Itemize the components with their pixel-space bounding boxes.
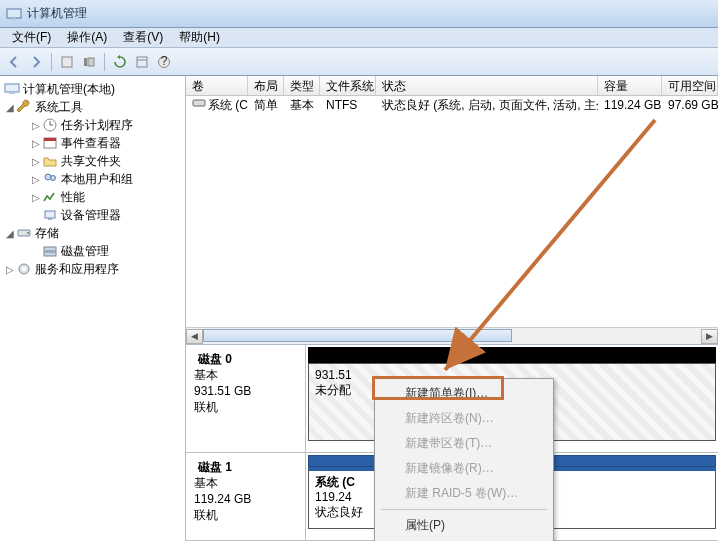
ctx-new-mirrored-volume[interactable]: 新建镜像卷(R)… [377,456,551,481]
back-button[interactable] [4,52,24,72]
col-filesystem[interactable]: 文件系统 [320,76,376,95]
svg-text:?: ? [161,55,168,68]
navigation-tree-pane: 计算机管理(本地) ◢ 系统工具 ▷任务计划程序 ▷事件查看器 ▷共享文件夹 ▷… [0,76,186,541]
col-type[interactable]: 类型 [284,76,320,95]
volume-list-scrollbar[interactable]: ◀ ▶ [186,327,718,344]
disk-state: 联机 [194,507,297,523]
tree-group-label: 存储 [35,225,59,242]
toolbar-btn-1[interactable] [57,52,77,72]
ctx-new-striped-volume[interactable]: 新建带区卷(T)… [377,431,551,456]
svg-rect-20 [44,247,56,251]
collapse-icon[interactable]: ◢ [4,102,16,113]
svg-rect-1 [12,18,16,20]
scroll-thumb[interactable] [203,329,512,342]
drive-icon [192,97,206,109]
toolbar-separator [104,53,105,71]
context-menu-separator [381,509,547,510]
main-split: 计算机管理(本地) ◢ 系统工具 ▷任务计划程序 ▷事件查看器 ▷共享文件夹 ▷… [0,76,718,541]
forward-button[interactable] [26,52,46,72]
ctx-new-raid5-volume[interactable]: 新建 RAID-5 卷(W)… [377,481,551,506]
tree-group-storage[interactable]: ◢ 存储 [2,224,183,242]
tree-item-label: 设备管理器 [61,207,121,224]
ctx-new-simple-volume[interactable]: 新建简单卷(I)… [377,381,551,406]
gear-icon [16,261,32,277]
menu-bar: 文件(F) 操作(A) 查看(V) 帮助(H) [0,28,718,48]
svg-rect-10 [9,92,15,94]
tree-item-device-manager[interactable]: 设备管理器 [2,206,183,224]
volume-row[interactable]: 系统 (C:) 简单 基本 NTFS 状态良好 (系统, 启动, 页面文件, 活… [186,96,718,114]
disk-info-0[interactable]: 磁盘 0 基本 931.51 GB 联机 [186,345,306,452]
scroll-left-button[interactable]: ◀ [186,329,203,344]
scroll-track[interactable] [203,329,701,344]
svg-rect-9 [5,84,19,92]
expand-icon[interactable]: ▷ [30,174,42,185]
menu-view[interactable]: 查看(V) [115,28,171,47]
volume-type: 基本 [284,96,320,115]
disk-title: 磁盘 0 [198,351,232,367]
col-volume[interactable]: 卷 [186,76,248,95]
volume-layout: 简单 [248,96,284,115]
tree-item-performance[interactable]: ▷性能 [2,188,183,206]
storage-icon [16,225,32,241]
tree-item-label: 磁盘管理 [61,243,109,260]
svg-point-23 [22,267,26,271]
tree-item-event-viewer[interactable]: ▷事件查看器 [2,134,183,152]
tree-item-label: 性能 [61,189,85,206]
tree-item-disk-management[interactable]: 磁盘管理 [2,242,183,260]
window-title: 计算机管理 [27,5,87,22]
volume-list-header: 卷 布局 类型 文件系统 状态 容量 可用空间 [186,76,718,96]
scroll-right-button[interactable]: ▶ [701,329,718,344]
ctx-new-spanned-volume[interactable]: 新建跨区卷(N)… [377,406,551,431]
svg-point-15 [51,176,56,181]
perf-icon [42,189,58,205]
tree-root[interactable]: 计算机管理(本地) [2,80,183,98]
refresh-button[interactable] [110,52,130,72]
col-status[interactable]: 状态 [376,76,598,95]
svg-rect-3 [84,58,87,66]
tree-item-shared-folders[interactable]: ▷共享文件夹 [2,152,183,170]
col-free[interactable]: 可用空间 [662,76,718,95]
menu-file[interactable]: 文件(F) [4,28,59,47]
expand-icon[interactable]: ▷ [30,156,42,167]
collapse-icon[interactable]: ◢ [4,228,16,239]
col-layout[interactable]: 布局 [248,76,284,95]
expand-icon[interactable]: ▷ [30,138,42,149]
disk-kind: 基本 [194,475,297,491]
menu-action[interactable]: 操作(A) [59,28,115,47]
volume-free: 97.69 GB [662,97,718,113]
tree-group-label: 系统工具 [35,99,83,116]
clock-icon [42,117,58,133]
expand-icon[interactable]: ▷ [4,264,16,275]
context-menu: 新建简单卷(I)… 新建跨区卷(N)… 新建带区卷(T)… 新建镜像卷(R)… … [374,378,554,541]
svg-rect-5 [137,57,147,67]
tree-item-local-users[interactable]: ▷本地用户和组 [2,170,183,188]
tree-group-services[interactable]: ▷ 服务和应用程序 [2,260,183,278]
tree-item-task-scheduler[interactable]: ▷任务计划程序 [2,116,183,134]
disk-state: 联机 [194,399,297,415]
partition-header-bar [308,347,716,363]
ctx-properties[interactable]: 属性(P) [377,513,551,538]
tree-item-label: 本地用户和组 [61,171,133,188]
expand-icon[interactable]: ▷ [30,192,42,203]
tree-group-system-tools[interactable]: ◢ 系统工具 [2,98,183,116]
disk-size: 931.51 GB [194,383,297,399]
col-capacity[interactable]: 容量 [598,76,662,95]
svg-rect-16 [45,211,55,218]
help-button[interactable]: ? [154,52,174,72]
volume-name: 系统 (C:) [208,98,248,112]
toolbar-btn-4[interactable] [132,52,152,72]
toolbar-btn-2[interactable] [79,52,99,72]
volume-list: 系统 (C:) 简单 基本 NTFS 状态良好 (系统, 启动, 页面文件, 活… [186,96,718,327]
menu-help[interactable]: 帮助(H) [171,28,228,47]
tree-item-label: 共享文件夹 [61,153,121,170]
expand-icon[interactable]: ▷ [30,120,42,131]
svg-rect-24 [193,100,205,106]
volume-name-cell: 系统 (C:) [186,96,248,115]
toolbar: ? [0,48,718,76]
volume-status: 状态良好 (系统, 启动, 页面文件, 活动, 主分区) [376,96,598,115]
svg-rect-0 [7,9,21,18]
navigation-tree: 计算机管理(本地) ◢ 系统工具 ▷任务计划程序 ▷事件查看器 ▷共享文件夹 ▷… [2,80,183,278]
svg-point-19 [27,232,29,234]
disk-info-1[interactable]: 磁盘 1 基本 119.24 GB 联机 [186,453,306,540]
svg-rect-21 [44,252,56,256]
